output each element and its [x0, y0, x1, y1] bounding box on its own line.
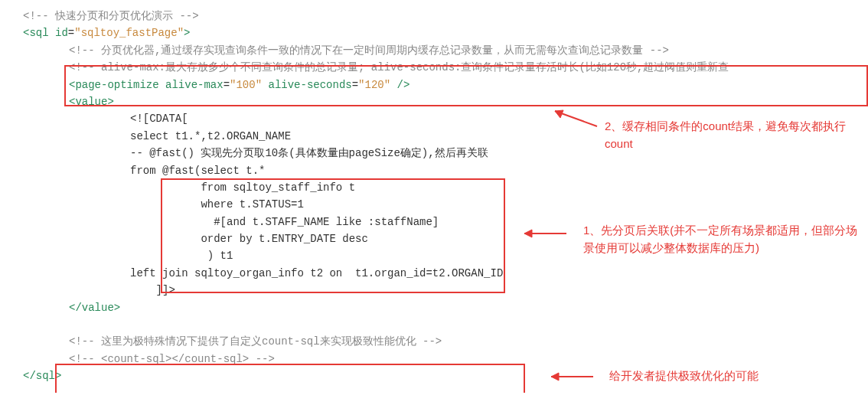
svg-marker-1: [555, 110, 563, 118]
annotation-3: 给开发者提供极致优化的可能: [609, 367, 839, 385]
annotation-2: 1、先分页后关联(并不一定所有场景都适用，但部分场景使用可以减少整体数据库的压力…: [583, 222, 866, 256]
comment-line: <!-- alive-max:最大存放多少个不同查询条件的总记录量; alive…: [8, 59, 860, 76]
comment-line: <!-- 分页优化器,通过缓存实现查询条件一致的情况下在一定时间周期内缓存总记录…: [8, 42, 860, 59]
page-optimize-tag: <page-optimize alive-max="100" alive-sec…: [8, 77, 860, 93]
sql-line: from sqltoy_staff_info t: [8, 179, 860, 196]
arrow-icon: [540, 369, 601, 384]
code-block: <!-- 快速分页和分页优化演示 --> <sql id="sqltoy_fas…: [8, 8, 860, 385]
comment-line: <!-- 这里为极特殊情况下提供了自定义count-sql来实现极致性能优化 -…: [8, 333, 860, 350]
sql-line: where t.STATUS=1: [8, 196, 860, 213]
value-close-tag: </value>: [8, 299, 860, 316]
value-open-tag: <value>: [8, 93, 860, 110]
comment-line: <!-- <count-sql></count-sql> -->: [8, 351, 860, 367]
sql-line: left join sqltoy_organ_info t2 on t1.org…: [8, 265, 860, 282]
svg-marker-5: [551, 373, 559, 380]
blank-line: [8, 316, 860, 333]
comment-line: <!-- 快速分页和分页优化演示 -->: [8, 8, 860, 24]
cdata-close: ]]>: [8, 282, 860, 299]
annotation-1: 2、缓存相同条件的count结果，避免每次都执行count: [605, 118, 850, 152]
sql-line: from @fast(select t.*: [8, 162, 860, 179]
arrow-icon: [543, 107, 605, 130]
sql-open-tag: <sql id="sqltoy_fastPage">: [8, 24, 860, 41]
svg-marker-3: [524, 230, 532, 237]
arrow-icon: [513, 226, 574, 241]
